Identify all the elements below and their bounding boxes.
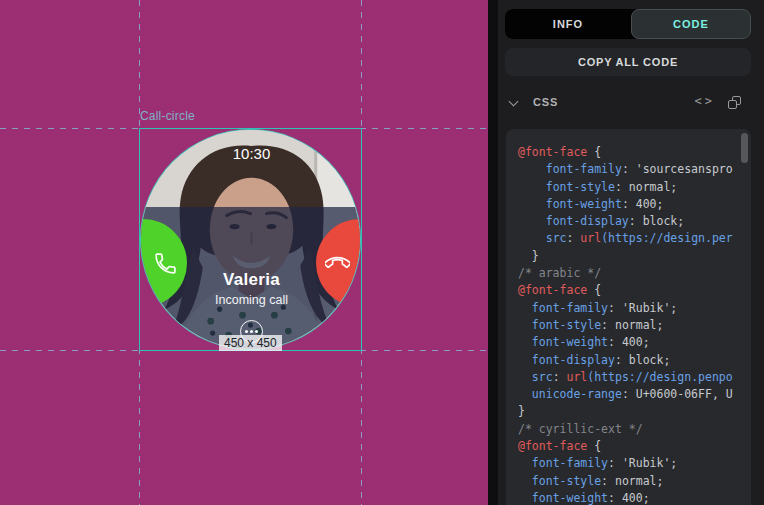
design-canvas[interactable]: Call-circle	[0, 0, 488, 505]
code-line: unicode-range: U+0600-06FF, U	[518, 386, 751, 403]
code-line: font-style: normal;	[518, 317, 751, 334]
tab-info[interactable]: INFO	[505, 9, 631, 39]
code-line: font-family: 'Rubik';	[518, 455, 751, 472]
code-line: /* cyrillic-ext */	[518, 421, 751, 438]
code-line: @font-face {	[518, 144, 751, 161]
app-window: Call-circle	[0, 0, 764, 505]
code-scrollbar-thumb[interactable]	[741, 133, 748, 163]
code-icon[interactable]: <>	[695, 94, 715, 108]
code-line: font-weight: 400;	[518, 196, 751, 213]
code-line: font-family: 'Rubik';	[518, 300, 751, 317]
chevron-down-icon[interactable]	[510, 98, 518, 106]
selection-size-badge: 450 x 450	[219, 335, 282, 351]
code-line: font-style: normal;	[518, 179, 751, 196]
code-line: font-display: block;	[518, 352, 751, 369]
copy-all-code-button[interactable]: COPY ALL CODE	[505, 48, 751, 76]
code-line: font-display: block;	[518, 213, 751, 230]
code-line: }	[518, 403, 751, 420]
panel-divider	[488, 0, 498, 505]
tab-code[interactable]: CODE	[631, 9, 751, 39]
css-section-label: CSS	[533, 96, 558, 108]
call-status-text: Incoming call	[141, 293, 361, 307]
code-line: src: url(https://design.penpo	[518, 369, 751, 386]
code-line: font-family: 'sourcesanspro	[518, 161, 751, 178]
css-code-block[interactable]: @font-face { font-family: 'sourcesanspro…	[506, 129, 751, 505]
panel-tabbar: INFO CODE	[505, 9, 751, 39]
call-circle-shape[interactable]: 10:30 Valeria Incoming call	[140, 129, 361, 350]
css-section-header: CSS <>	[505, 92, 751, 116]
code-line: /* arabic */	[518, 265, 751, 282]
code-line: font-weight: 400;	[518, 490, 751, 505]
artboard-label[interactable]: Call-circle	[140, 109, 195, 123]
code-line: font-style: normal;	[518, 473, 751, 490]
code-line: src: url(https://design.per	[518, 230, 751, 247]
code-line: }	[518, 248, 751, 265]
code-line: font-weight: 400;	[518, 334, 751, 351]
inspect-panel: INFO CODE COPY ALL CODE CSS <> @font-fac…	[498, 0, 764, 505]
caller-name: Valeria	[141, 270, 361, 290]
code-line: @font-face {	[518, 438, 751, 455]
copy-icon[interactable]	[728, 96, 741, 109]
code-line: @font-face {	[518, 282, 751, 299]
